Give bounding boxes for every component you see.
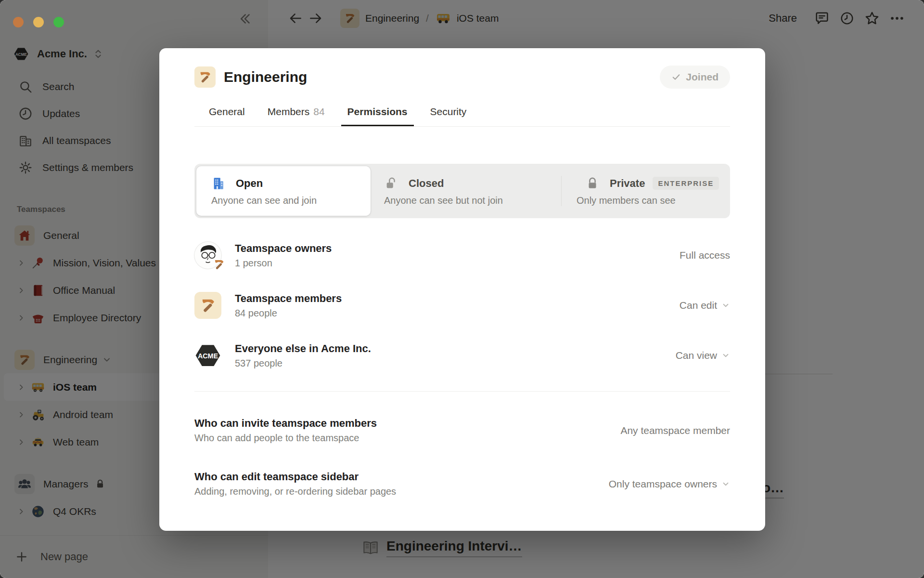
access-row-owners: Teamspace owners 1 person Full access [194,230,730,280]
access-level-dropdown[interactable]: Can view [676,350,730,361]
divider [194,126,730,127]
access-level-static: Full access [680,250,730,261]
access-row-members: Teamspace members 84 people Can edit [194,280,730,330]
tab-members-label: Members [268,106,310,117]
setting-rows: Who can invite teamspace members Who can… [194,417,730,497]
divider [194,391,730,392]
teamspace-settings-modal: Engineering Joined General Members84 Per… [159,48,765,531]
setting-row-title: Who can invite teamspace members [194,417,377,430]
access-row-subtitle: 537 people [235,358,371,369]
chevron-down-icon [721,480,730,488]
tab-security[interactable]: Security [430,106,467,126]
window-controls [13,17,64,27]
access-row-title: Teamspace owners [235,242,332,255]
joined-label: Joined [686,71,719,83]
access-row-title: Teamspace members [235,292,342,305]
visibility-option-subtitle: Only members can see [577,195,729,206]
visibility-option-title: Closed [409,177,444,190]
visibility-option-private[interactable]: Private ENTERPRISE Only members can see [577,164,729,218]
app-window: ACME Acme Inc. Search Updates All teamsp… [0,0,924,578]
setting-row-subtitle: Adding, removing, or re-ordering sidebar… [194,486,396,497]
close-window-button[interactable] [13,17,24,27]
owner-avatar [194,242,221,269]
access-row-subtitle: 84 people [235,308,342,319]
modal-header: Engineering Joined [194,65,730,89]
setting-row-edit-sidebar: Who can edit teamspace sidebar Adding, r… [194,471,730,497]
acme-logo: ACME [194,342,221,369]
visibility-option-title: Open [236,177,263,190]
setting-row-title: Who can edit teamspace sidebar [194,471,396,483]
access-level-value: Can view [676,350,717,361]
minimize-window-button[interactable] [33,17,44,27]
access-level-dropdown[interactable]: Can edit [680,300,730,311]
access-row-title: Everyone else in Acme Inc. [235,342,371,355]
unlock-icon [384,176,398,191]
lock-icon [585,176,600,191]
access-rows: Teamspace owners 1 person Full access Te… [194,230,730,381]
modal-tabs: General Members84 Permissions Security [194,106,730,126]
hammer-icon [199,297,217,314]
visibility-option-subtitle: Anyone can see and join [211,195,371,206]
visibility-option-title: Private [610,177,645,190]
teamspace-chip [194,66,216,88]
visibility-option-subtitle: Anyone can see but not join [384,195,557,206]
hammer-icon [198,70,212,84]
teamspace-chip [194,292,221,319]
modal-title: Engineering [224,69,307,85]
setting-value-dropdown[interactable]: Only teamspace owners [609,478,730,490]
zoom-window-button[interactable] [53,17,64,27]
divider [561,176,562,206]
joined-button[interactable]: Joined [660,66,730,89]
access-level-value: Can edit [680,300,717,311]
acme-logo-text: ACME [198,352,218,360]
visibility-selector: Open Anyone can see and join Closed Anyo… [194,164,730,218]
office-building-icon [211,176,226,191]
setting-value-static: Any teamspace member [620,425,730,436]
access-row-everyone: ACME Everyone else in Acme Inc. 537 peop… [194,330,730,381]
hammer-icon [213,258,225,271]
setting-row-invite: Who can invite teamspace members Who can… [194,417,730,444]
enterprise-badge: ENTERPRISE [653,177,719,190]
setting-value-label: Only teamspace owners [609,478,717,490]
visibility-option-closed[interactable]: Closed Anyone can see but not join [384,164,557,218]
access-row-subtitle: 1 person [235,258,332,269]
check-icon [671,72,681,82]
tab-general[interactable]: General [209,106,245,126]
setting-row-subtitle: Who can add people to the teamspace [194,433,377,444]
tab-permissions[interactable]: Permissions [341,106,414,126]
visibility-option-open[interactable]: Open Anyone can see and join [196,166,371,216]
tab-members[interactable]: Members84 [268,106,325,126]
chevron-down-icon [721,301,730,310]
tab-members-count: 84 [313,106,324,117]
chevron-down-icon [721,351,730,360]
